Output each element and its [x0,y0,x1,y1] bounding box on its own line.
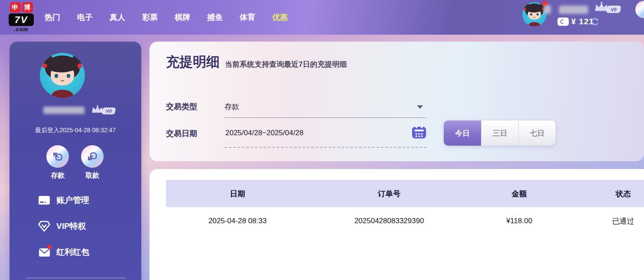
sidebar-username-row: V0 [10,106,141,115]
deposit-label: 存款 [45,171,71,180]
page-title: 充提明细 [166,53,220,71]
nav-item-promo[interactable]: 优惠 [272,12,288,23]
transaction-type-label: 交易类型 [166,101,197,112]
sidebar-item-label: 账户管理 [56,195,89,206]
sidebar-item-bonus-redpacket[interactable]: 红利红包 [38,246,89,258]
username-redacted [559,6,588,14]
withdraw-arrow-icon [86,150,98,163]
range-button-today[interactable]: 今日 [444,120,481,146]
logo-main-text: 7V [9,13,34,26]
date-range-quick-buttons: 今日 三日 七日 [444,120,556,146]
records-panel: 日期 订单号 金额 状态 2025-04-28 08:33 2025042808… [150,169,644,280]
sidebar-item-label: VIP特权 [56,221,86,232]
nav-item-sports[interactable]: 体育 [240,12,255,23]
nav-item-cards[interactable]: 棋牌 [175,12,190,23]
sidebar-avatar[interactable] [40,53,85,98]
column-header-status: 状态 [569,189,644,199]
withdraw-button[interactable] [81,145,104,168]
logo-badges: 申 博 [9,2,34,13]
vip-diamond-icon [38,220,50,232]
notification-dot [47,245,52,249]
logo-badge-2: 博 [22,2,33,13]
page-subtitle: 当前系统支持查询最近7日的充提明细 [225,59,347,71]
last-login-text: 最后登入2025-04-28 08:32:47 [10,127,141,134]
site-logo[interactable]: 申 博 7V .com [9,2,34,33]
cell-date: 2025-04-28 08:33 [166,217,309,225]
date-underline [224,147,427,148]
cell-status: 已通过 [569,216,644,226]
red-packet-envelope-icon [38,246,50,258]
nav-item-live[interactable]: 真人 [110,12,125,23]
vip-level-badge: V0 [606,6,621,13]
table-header: 日期 订单号 金额 状态 [166,180,644,207]
range-button-3days[interactable]: 三日 [481,120,518,146]
cell-amount: ¥118.00 [469,217,569,225]
top-navbar: 申 博 7V .com 热门 电子 真人 彩票 棋牌 捕鱼 体育 优惠 [0,0,644,35]
column-header-date: 日期 [166,189,309,199]
page-title-row: 充提明细 当前系统支持查询最近7日的充提明细 [166,53,347,71]
floating-service-button[interactable] [635,1,644,18]
sidebar-item-vip-privileges[interactable]: VIP特权 [38,220,89,232]
main-menu: 热门 电子 真人 彩票 棋牌 捕鱼 体育 优惠 [45,0,288,35]
sidebar-username-redacted [43,107,85,114]
date-range-field[interactable]: 2025/04/28~2025/04/28 [225,129,303,137]
currency-symbol: ¥ [571,17,576,26]
table-row: 2025-04-28 08:33 20250428083329390 ¥118.… [166,207,644,235]
range-button-7days[interactable]: 七日 [518,120,556,146]
logo-badge-1: 申 [10,2,21,13]
deposit-button[interactable] [46,145,69,168]
column-header-order-no: 订单号 [309,189,469,199]
redacted-text [544,5,551,14]
sidebar-vip-badge: V0 [102,107,116,114]
nav-item-hot[interactable]: 热门 [45,12,60,23]
cell-order-no: 20250428083329390 [309,217,469,225]
sidebar-divider [25,277,126,279]
filter-panel: 充提明细 当前系统支持查询最近7日的充提明细 交易类型 存款 交易日期 2025… [150,42,644,161]
chevron-down-icon[interactable] [417,105,423,109]
nav-item-lottery[interactable]: 彩票 [142,12,158,23]
transaction-type-select[interactable]: 存款 [224,102,239,112]
select-underline [224,117,427,118]
sidebar-menu: 账户管理 VIP特权 红利 [38,194,89,258]
logo-suffix: .com [9,26,34,33]
deposit-arrow-icon [52,150,64,163]
account-sidebar: V0 最后登入2025-04-28 08:32:47 存款 取款 [10,42,141,280]
nav-item-slots[interactable]: 电子 [77,12,93,23]
column-header-amount: 金额 [469,189,569,199]
wallet-icon [557,17,569,26]
calendar-icon[interactable] [412,125,426,139]
bank-card-icon [38,194,50,206]
transaction-date-label: 交易日期 [166,128,197,139]
sidebar-item-label: 红利红包 [56,247,89,258]
withdraw-label: 取款 [79,171,105,180]
page: 申 博 7V .com 热门 电子 真人 彩票 棋牌 捕鱼 体育 优惠 [0,0,644,280]
sidebar-item-account-management[interactable]: 账户管理 [38,194,89,206]
refresh-icon[interactable] [591,17,599,26]
nav-item-fishing[interactable]: 捕鱼 [207,12,223,23]
